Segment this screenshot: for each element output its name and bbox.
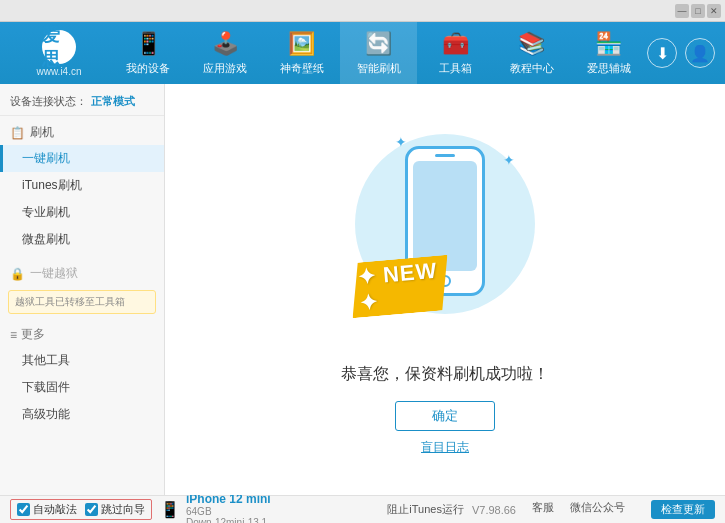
nav-items: 📱 我的设备 🕹️ 应用游戏 🖼️ 神奇壁纸 🔄 智能刷机 🧰 工具箱 📚 教程… <box>110 22 647 84</box>
sidebar-item-itunes[interactable]: iTunes刷机 <box>0 172 164 199</box>
check-update-btn[interactable]: 检查更新 <box>651 500 715 519</box>
apple-store-label: 爱思辅城 <box>587 61 631 76</box>
wallpaper-icon: 🖼️ <box>288 31 315 57</box>
bottom-link-service[interactable]: 客服 <box>532 500 554 519</box>
nav-item-toolbox[interactable]: 🧰 工具箱 <box>417 22 494 84</box>
status-value: 正常模式 <box>91 94 135 109</box>
logo-url: www.i4.cn <box>36 66 81 77</box>
device-storage: 64GB <box>186 506 271 517</box>
nav-item-smart-flash[interactable]: 🔄 智能刷机 <box>340 22 417 84</box>
jailbreak-notice: 越狱工具已转移至工具箱 <box>8 290 156 314</box>
nav-item-apps-games[interactable]: 🕹️ 应用游戏 <box>187 22 264 84</box>
new-ribbon-text: ✦ NEW ✦ <box>356 256 452 316</box>
sidebar-jailbreak-title: 🔒 一键越狱 <box>0 257 164 286</box>
toolbox-icon: 🧰 <box>442 31 469 57</box>
sparkle-2: ✦ <box>503 152 515 168</box>
section2-icon: ≡ <box>10 328 17 342</box>
device-model: Down-12mini-13,1 <box>186 517 271 524</box>
title-bar: — □ ✕ <box>0 0 725 22</box>
sidebar-item-other-tools[interactable]: 其他工具 <box>0 347 164 374</box>
wallpaper-label: 神奇壁纸 <box>280 61 324 76</box>
phone-speaker <box>435 154 455 157</box>
bottom-bar: 自动敲法 跳过向导 📱 iPhone 12 mini 64GB Down-12m… <box>0 495 725 523</box>
maximize-btn[interactable]: □ <box>691 4 705 18</box>
minimize-btn[interactable]: — <box>675 4 689 18</box>
toolbox-label: 工具箱 <box>439 61 472 76</box>
version-label: V7.98.66 <box>472 504 516 516</box>
nav-bar: 爱思 www.i4.cn 📱 我的设备 🕹️ 应用游戏 🖼️ 神奇壁纸 🔄 智能… <box>0 22 725 84</box>
content-area: ✦ ✦ ✦ ✦ NEW ✦ 恭喜您，保资料刷机成功啦！ 确定 盲目日志 <box>165 84 725 495</box>
nav-item-wallpaper[interactable]: 🖼️ 神奇壁纸 <box>263 22 340 84</box>
sidebar-item-advanced[interactable]: 高级功能 <box>0 401 164 428</box>
lock-icon: 🔒 <box>10 267 25 281</box>
bottom-link-wechat[interactable]: 微信公众号 <box>570 500 625 519</box>
section1-icon: 📋 <box>10 126 25 140</box>
bottom-checkboxes: 自动敲法 跳过向导 <box>10 499 152 520</box>
device-icon: 📱 <box>160 500 180 519</box>
re-flash-link[interactable]: 盲目日志 <box>421 439 469 456</box>
apple-store-icon: 🏪 <box>595 31 622 57</box>
nav-item-my-device[interactable]: 📱 我的设备 <box>110 22 187 84</box>
nav-item-tutorial[interactable]: 📚 教程中心 <box>494 22 571 84</box>
auto-checkbox[interactable] <box>17 503 30 516</box>
sparkle-1: ✦ <box>395 134 407 150</box>
sidebar-item-one-click[interactable]: 一键刷机 <box>0 145 164 172</box>
new-ribbon: ✦ NEW ✦ <box>348 254 452 318</box>
tutorial-label: 教程中心 <box>510 61 554 76</box>
sidebar-item-micro[interactable]: 微盘刷机 <box>0 226 164 253</box>
phone-illustration: ✦ ✦ ✦ ✦ NEW ✦ <box>345 124 545 344</box>
checkbox-skip[interactable]: 跳过向导 <box>85 502 145 517</box>
success-text: 恭喜您，保资料刷机成功啦！ <box>341 364 549 385</box>
tutorial-icon: 📚 <box>518 31 545 57</box>
apps-games-icon: 🕹️ <box>212 31 239 57</box>
nav-item-apple-store[interactable]: 🏪 爱思辅城 <box>570 22 647 84</box>
bottom-links: 客服 微信公众号 检查更新 <box>532 500 715 519</box>
sidebar-item-pro[interactable]: 专业刷机 <box>0 199 164 226</box>
my-device-label: 我的设备 <box>126 61 170 76</box>
phone-screen <box>413 161 477 271</box>
checkbox-auto[interactable]: 自动敲法 <box>17 502 77 517</box>
my-device-icon: 📱 <box>135 31 162 57</box>
logo-icon: 爱思 <box>42 23 76 71</box>
smart-flash-label: 智能刷机 <box>357 61 401 76</box>
logo-circle: 爱思 <box>42 30 76 64</box>
close-btn[interactable]: ✕ <box>707 4 721 18</box>
sidebar-section-flash: 📋 刷机 <box>0 116 164 145</box>
status-bar: 设备连接状态： 正常模式 <box>0 88 164 116</box>
download-btn[interactable]: ⬇ <box>647 38 677 68</box>
stop-itunes: 阻止iTunes运行 <box>387 502 464 517</box>
user-btn[interactable]: 👤 <box>685 38 715 68</box>
device-info: iPhone 12 mini 64GB Down-12mini-13,1 <box>186 492 271 524</box>
nav-logo: 爱思 www.i4.cn <box>0 30 110 77</box>
nav-right: ⬇ 👤 <box>647 38 725 68</box>
main-area: 设备连接状态： 正常模式 📋 刷机 一键刷机 iTunes刷机 专业刷机 微盘刷… <box>0 84 725 495</box>
section1-title: 刷机 <box>30 124 54 141</box>
skip-checkbox[interactable] <box>85 503 98 516</box>
sidebar-item-download-firmware[interactable]: 下载固件 <box>0 374 164 401</box>
status-label: 设备连接状态： <box>10 94 87 109</box>
sidebar-section-more: ≡ 更多 <box>0 318 164 347</box>
sidebar: 设备连接状态： 正常模式 📋 刷机 一键刷机 iTunes刷机 专业刷机 微盘刷… <box>0 84 165 495</box>
apps-games-label: 应用游戏 <box>203 61 247 76</box>
confirm-button[interactable]: 确定 <box>395 401 495 431</box>
smart-flash-icon: 🔄 <box>365 31 392 57</box>
